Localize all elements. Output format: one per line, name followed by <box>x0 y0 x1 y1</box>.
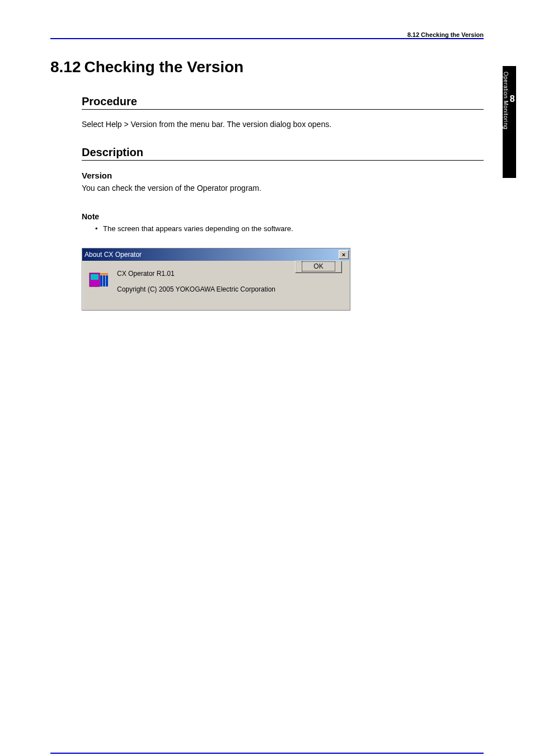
svg-rect-3 <box>103 275 105 287</box>
bullet-icon: • <box>95 223 103 234</box>
ok-button-label: OK <box>302 261 335 271</box>
svg-rect-2 <box>100 275 102 287</box>
svg-rect-5 <box>100 273 108 275</box>
app-icon <box>89 270 109 290</box>
side-tab-text: Operation Monitoring <box>503 72 509 129</box>
about-dialog: About CX Operator × CX Operator R1.01 <box>82 248 350 311</box>
close-icon[interactable]: × <box>339 250 349 259</box>
dialog-title: About CX Operator <box>85 251 142 259</box>
note-body: •The screen that appears varies dependin… <box>95 223 484 234</box>
procedure-heading: Procedure <box>82 95 484 110</box>
svg-rect-1 <box>91 274 99 280</box>
ok-button[interactable]: OK <box>295 261 342 273</box>
note-label: Note <box>82 212 484 221</box>
header-right-text: 8.12 Checking the Version <box>50 31 484 38</box>
page-footer: IM 04L31A01-61E 8-25 <box>50 753 484 756</box>
description-body: You can check the version of the Operato… <box>82 182 484 194</box>
procedure-body: Select Help > Version from the menu bar.… <box>82 119 484 130</box>
header-rule <box>50 38 484 39</box>
dialog-titlebar: About CX Operator × <box>82 248 350 261</box>
description-heading: Description <box>82 146 484 161</box>
note-text: The screen that appears varies depending… <box>103 224 293 233</box>
dialog-copyright-line: Copyright (C) 2005 YOKOGAWA Electric Cor… <box>117 285 342 293</box>
section-number: 8.12 <box>50 58 82 76</box>
svg-rect-4 <box>106 275 108 287</box>
side-tab: 8 Operation Monitoring <box>503 66 516 178</box>
description-subheading: Version <box>82 171 484 180</box>
side-tab-number: 8 <box>509 94 516 104</box>
section-title: Checking the Version <box>84 58 243 76</box>
